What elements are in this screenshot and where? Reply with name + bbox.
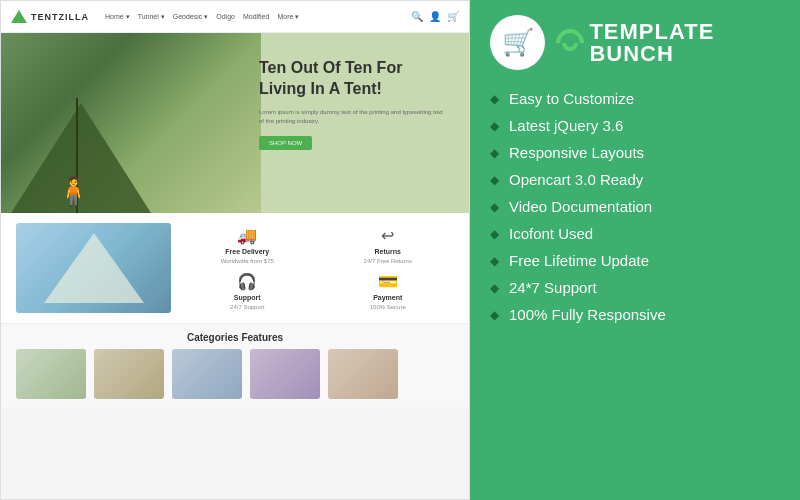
feature-label-3: Opencart 3.0 Ready: [509, 171, 643, 188]
cart-circle-icon: 🛒: [502, 27, 534, 58]
returns-subtitle: 24/7 Free Returns: [364, 258, 412, 264]
support-icon: 🎧: [237, 272, 257, 291]
feature-returns: ↩ Returns 24/7 Free Returns: [322, 226, 455, 264]
category-item-5[interactable]: [328, 349, 398, 399]
shop-now-button[interactable]: SHOP NOW: [259, 136, 312, 150]
tent-small-icon: [44, 233, 144, 303]
feature-label-0: Easy to Customize: [509, 90, 634, 107]
list-item: ◆ Latest jQuery 3.6: [490, 117, 780, 134]
diamond-icon-7: ◆: [490, 281, 499, 295]
nav-modified[interactable]: Modified: [243, 13, 269, 21]
support-title: Support: [234, 294, 261, 301]
cart-nav-icon[interactable]: 🛒: [447, 11, 459, 22]
returns-title: Returns: [375, 248, 401, 255]
person-shape: 🧍: [56, 175, 91, 208]
nav-tunnel[interactable]: Tunnel ▾: [138, 13, 165, 21]
hero-text: Ten Out Of Ten For Living In A Tent! Lor…: [259, 58, 449, 150]
list-item: ◆ Opencart 3.0 Ready: [490, 171, 780, 188]
categories-section: Categories Features: [1, 323, 469, 407]
logo-text: TENTZILLA: [31, 12, 89, 22]
feature-delivery: 🚚 Free Delivery Worldwide from $75: [181, 226, 314, 264]
hero-title: Ten Out Of Ten For Living In A Tent!: [259, 58, 449, 100]
payment-title: Payment: [373, 294, 402, 301]
feature-icons-grid: 🚚 Free Delivery Worldwide from $75 ↩ Ret…: [181, 226, 454, 310]
categories-title: Categories Features: [16, 332, 454, 343]
feature-label-6: Free Lifetime Update: [509, 252, 649, 269]
tb-icon-shape: [557, 28, 583, 58]
feature-list: ◆ Easy to Customize ◆ Latest jQuery 3.6 …: [490, 90, 780, 323]
list-item: ◆ Responsive Layouts: [490, 144, 780, 161]
nav-icons: 🔍 👤 🛒: [411, 11, 459, 22]
feature-label-4: Video Documentation: [509, 198, 652, 215]
feature-label-1: Latest jQuery 3.6: [509, 117, 623, 134]
nav-links: Home ▾ Tunnel ▾ Geodesic ▾ Odigo Modifie…: [105, 13, 299, 21]
search-icon[interactable]: 🔍: [411, 11, 423, 22]
feature-payment: 💳 Payment 100% Secure: [322, 272, 455, 310]
feature-label-5: Icofont Used: [509, 225, 593, 242]
tb-logo: TEMPLATE BUNCH: [557, 21, 780, 65]
hero-description: Lorem ipsum is simply dummy text of the …: [259, 108, 449, 126]
features-strip: 🚚 Free Delivery Worldwide from $75 ↩ Ret…: [1, 213, 469, 323]
nav-home[interactable]: Home ▾: [105, 13, 130, 21]
left-panel: TENTZILLA Home ▾ Tunnel ▾ Geodesic ▾ Odi…: [0, 0, 470, 500]
list-item: ◆ 100% Fully Responsive: [490, 306, 780, 323]
nav-more[interactable]: More ▾: [277, 13, 299, 21]
navbar: TENTZILLA Home ▾ Tunnel ▾ Geodesic ▾ Odi…: [1, 1, 469, 33]
delivery-icon: 🚚: [237, 226, 257, 245]
feature-label-2: Responsive Layouts: [509, 144, 644, 161]
feature-label-8: 100% Fully Responsive: [509, 306, 666, 323]
hero-image: 🧍: [1, 33, 261, 213]
diamond-icon-0: ◆: [490, 92, 499, 106]
cart-circle: 🛒: [490, 15, 545, 70]
diamond-icon-2: ◆: [490, 146, 499, 160]
right-panel: 🛒 TEMPLATE BUNCH ◆ Easy to Customize ◆ L…: [470, 0, 800, 500]
diamond-icon-4: ◆: [490, 200, 499, 214]
nav-geodesic[interactable]: Geodesic ▾: [173, 13, 209, 21]
delivery-subtitle: Worldwide from $75: [221, 258, 274, 264]
feature-image: [16, 223, 171, 313]
category-item-1[interactable]: [16, 349, 86, 399]
list-item: ◆ Video Documentation: [490, 198, 780, 215]
category-item-4[interactable]: [250, 349, 320, 399]
diamond-icon-3: ◆: [490, 173, 499, 187]
diamond-icon-8: ◆: [490, 308, 499, 322]
diamond-icon-6: ◆: [490, 254, 499, 268]
brand-name: TEMPLATE BUNCH: [589, 21, 780, 65]
diamond-icon-5: ◆: [490, 227, 499, 241]
returns-icon: ↩: [381, 226, 394, 245]
list-item: ◆ 24*7 Support: [490, 279, 780, 296]
feature-label-7: 24*7 Support: [509, 279, 597, 296]
category-item-2[interactable]: [94, 349, 164, 399]
brand-logo-area: TEMPLATE BUNCH: [557, 21, 780, 65]
user-icon[interactable]: 👤: [429, 11, 441, 22]
logo-area: TENTZILLA: [11, 10, 89, 23]
brand-header: 🛒 TEMPLATE BUNCH: [490, 15, 780, 70]
payment-subtitle: 100% Secure: [370, 304, 406, 310]
category-item-3[interactable]: [172, 349, 242, 399]
list-item: ◆ Easy to Customize: [490, 90, 780, 107]
diamond-icon-1: ◆: [490, 119, 499, 133]
hero-section: 🧍 Ten Out Of Ten For Living In A Tent! L…: [1, 33, 469, 213]
payment-icon: 💳: [378, 272, 398, 291]
feature-support: 🎧 Support 24/7 Support: [181, 272, 314, 310]
list-item: ◆ Icofont Used: [490, 225, 780, 242]
support-subtitle: 24/7 Support: [230, 304, 264, 310]
nav-odigo[interactable]: Odigo: [216, 13, 235, 21]
delivery-title: Free Delivery: [225, 248, 269, 255]
logo-triangle-icon: [11, 10, 27, 23]
list-item: ◆ Free Lifetime Update: [490, 252, 780, 269]
category-items: [16, 349, 454, 399]
